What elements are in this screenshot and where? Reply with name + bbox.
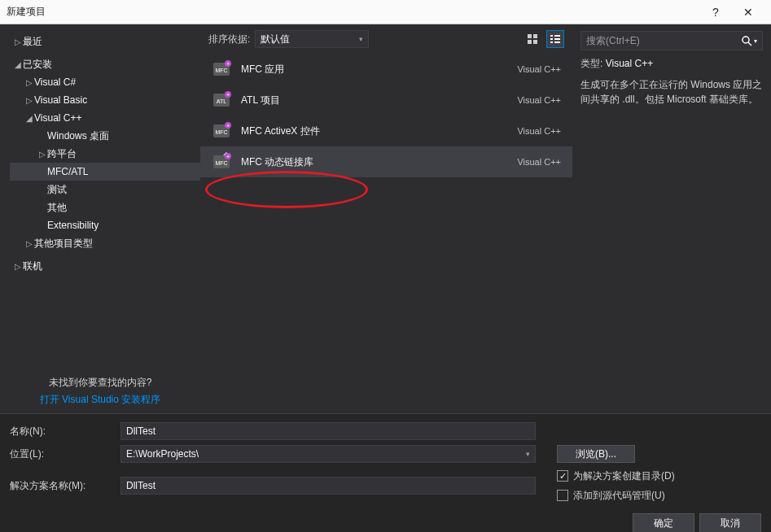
category-sidebar: ▷ 最近 ◢ 已安装 ▷ Visual C# ▷ Visual Basic ◢ … xyxy=(0,24,200,413)
location-dropdown[interactable]: E:\WorkProjects\ ▾ xyxy=(120,445,536,463)
mfc-app-icon: MFC+ xyxy=(212,59,231,79)
view-small-icons-button[interactable] xyxy=(546,30,564,48)
tree-node-visual-cpp[interactable]: ◢ Visual C++ xyxy=(10,109,200,127)
template-lang: Visual C++ xyxy=(517,64,561,74)
ok-button[interactable]: 确定 xyxy=(633,513,694,532)
tree-node-test[interactable]: 测试 xyxy=(10,181,200,198)
caret-down-icon: ◢ xyxy=(13,60,23,69)
tree-label: Extensibility xyxy=(47,220,99,231)
search-input[interactable] xyxy=(586,35,742,46)
tree-node-extensibility[interactable]: Extensibility xyxy=(10,216,200,234)
template-description: 生成可在多个正在运行的 Windows 应用之间共享的 .dll。包括 Micr… xyxy=(580,77,763,107)
template-item-mfc-dll[interactable]: MFC+ MFC 动态链接库 Visual C++ xyxy=(200,146,572,177)
svg-text:MFC: MFC xyxy=(215,68,227,73)
caret-right-icon: ▷ xyxy=(24,96,34,105)
grid-icon xyxy=(527,33,538,45)
svg-text:+: + xyxy=(226,92,230,98)
svg-rect-4 xyxy=(550,35,553,37)
template-item-atl-project[interactable]: ATL+ ATL 项目 Visual C++ xyxy=(200,85,572,116)
template-item-mfc-activex[interactable]: MFC+ MFC ActiveX 控件 Visual C++ xyxy=(200,116,572,146)
tree-node-visual-csharp[interactable]: ▷ Visual C# xyxy=(10,73,200,91)
tree-label: 最近 xyxy=(23,35,42,49)
tree-label: 联机 xyxy=(23,259,42,273)
open-installer-link[interactable]: 打开 Visual Studio 安装程序 xyxy=(10,393,191,407)
type-label: 类型: xyxy=(580,58,602,69)
template-lang: Visual C++ xyxy=(517,95,561,105)
svg-rect-6 xyxy=(550,38,553,40)
browse-button[interactable]: 浏览(B)... xyxy=(557,445,635,463)
create-directory-checkbox[interactable]: ✓ 为解决方案创建目录(D) xyxy=(557,468,675,484)
svg-text:+: + xyxy=(226,61,230,67)
template-name: MFC ActiveX 控件 xyxy=(241,124,507,138)
list-icon xyxy=(550,33,561,45)
search-box[interactable]: ▾ xyxy=(580,31,763,50)
atl-project-icon: ATL+ xyxy=(212,90,231,110)
template-name: MFC 动态链接库 xyxy=(241,155,507,169)
caret-right-icon: ▷ xyxy=(24,239,34,248)
svg-rect-0 xyxy=(528,34,532,38)
svg-rect-8 xyxy=(550,41,553,43)
dialog-title: 新建项目 xyxy=(7,5,699,19)
tree-node-installed[interactable]: ◢ 已安装 xyxy=(10,55,200,73)
solution-name-input[interactable] xyxy=(120,477,536,495)
checkbox-checked-icon: ✓ xyxy=(557,470,568,482)
sort-label: 排序依据: xyxy=(208,33,250,46)
tree-label: MFC/ATL xyxy=(47,166,88,177)
tree-node-crossplatform[interactable]: ▷ 跨平台 xyxy=(10,145,200,163)
tree-label: 跨平台 xyxy=(47,147,77,161)
tree-label: Visual C# xyxy=(34,76,76,88)
view-medium-icons-button[interactable] xyxy=(523,30,541,48)
close-button[interactable]: ✕ xyxy=(732,0,764,24)
tree-node-mfc-atl[interactable]: MFC/ATL xyxy=(10,163,200,181)
location-label: 位置(L): xyxy=(10,447,114,461)
caret-right-icon: ▷ xyxy=(13,37,23,46)
svg-rect-7 xyxy=(554,38,560,40)
svg-rect-2 xyxy=(528,40,532,44)
svg-text:+: + xyxy=(226,123,230,129)
solution-name-label: 解决方案名称(M): xyxy=(10,479,114,493)
tree-node-recent[interactable]: ▷ 最近 xyxy=(10,33,200,50)
svg-text:+: + xyxy=(226,154,230,159)
tree-node-online[interactable]: ▷ 联机 xyxy=(10,257,200,275)
sort-dropdown[interactable]: 默认值 ▾ xyxy=(255,30,369,48)
svg-rect-5 xyxy=(554,35,560,37)
form-panel: 名称(N): 位置(L): E:\WorkProjects\ ▾ 浏览(B)..… xyxy=(0,413,771,532)
caret-right-icon: ▷ xyxy=(24,78,34,87)
caret-right-icon: ▷ xyxy=(13,262,23,271)
location-value: E:\WorkProjects\ xyxy=(126,448,526,460)
tree-label: 其他项目类型 xyxy=(34,237,93,251)
search-icon[interactable]: ▾ xyxy=(742,36,757,46)
tree-node-other-project-types[interactable]: ▷ 其他项目类型 xyxy=(10,234,200,252)
tree-label: Windows 桌面 xyxy=(47,129,109,143)
tree-label: 其他 xyxy=(47,201,67,215)
help-button[interactable]: ? xyxy=(699,0,732,24)
chevron-down-icon: ▾ xyxy=(526,450,530,458)
checkbox-unchecked-icon xyxy=(557,490,568,501)
svg-rect-9 xyxy=(554,41,560,43)
svg-text:MFC: MFC xyxy=(215,160,227,166)
template-name: MFC 应用 xyxy=(241,63,507,76)
type-line: 类型: Visual C++ xyxy=(580,57,763,71)
template-lang: Visual C++ xyxy=(517,126,561,136)
tree-node-windows-desktop[interactable]: Windows 桌面 xyxy=(10,127,200,145)
add-source-control-checkbox[interactable]: 添加到源代码管理(U) xyxy=(557,487,675,504)
tree-node-visual-basic[interactable]: ▷ Visual Basic xyxy=(10,91,200,109)
checkbox-label: 为解决方案创建目录(D) xyxy=(573,469,675,483)
tree-label: Visual Basic xyxy=(34,94,87,106)
template-lang: Visual C++ xyxy=(517,157,561,167)
svg-point-26 xyxy=(743,37,749,43)
svg-rect-1 xyxy=(533,34,537,38)
svg-line-27 xyxy=(748,42,751,46)
type-value: Visual C++ xyxy=(606,58,653,69)
name-input[interactable] xyxy=(120,422,536,440)
svg-text:MFC: MFC xyxy=(215,129,227,135)
mfc-dll-icon: MFC+ xyxy=(212,152,231,172)
tree-label: 已安装 xyxy=(23,58,52,72)
name-label: 名称(N): xyxy=(10,425,114,438)
tree-node-other[interactable]: 其他 xyxy=(10,198,200,216)
template-item-mfc-app[interactable]: MFC+ MFC 应用 Visual C++ xyxy=(200,54,572,85)
not-found-text: 未找到你要查找的内容? xyxy=(10,376,191,390)
titlebar: 新建项目 ? ✕ xyxy=(0,0,771,24)
detail-panel: ▾ 类型: Visual C++ 生成可在多个正在运行的 Windows 应用之… xyxy=(572,24,771,413)
cancel-button[interactable]: 取消 xyxy=(699,513,761,532)
